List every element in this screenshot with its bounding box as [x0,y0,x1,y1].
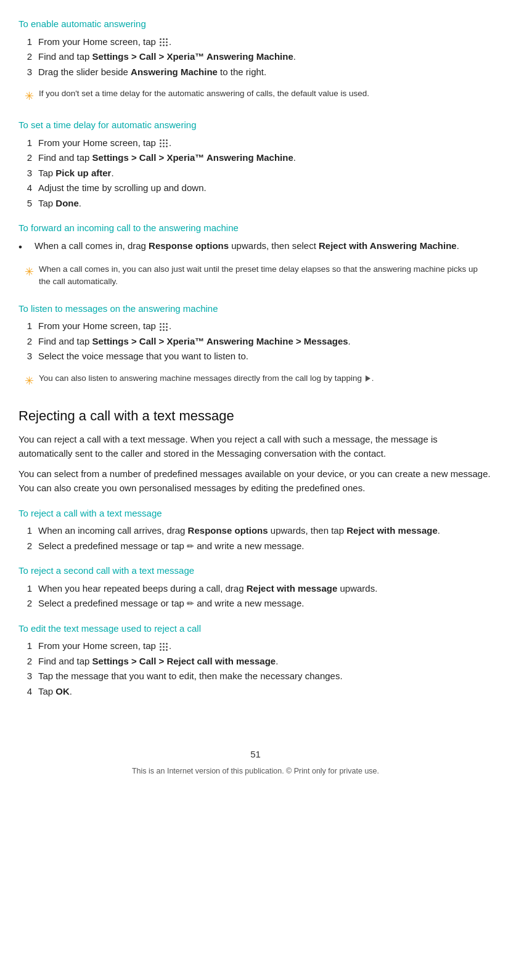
step-item: 2 Find and tap Settings > Call > Reject … [18,655,493,669]
bullet-dot: • [18,239,30,255]
step-text: Select a predefined message or tap ✏ and… [38,597,304,611]
tip-text: If you don't set a time delay for the au… [39,88,369,100]
step-text: Find and tap Settings > Call > Xperia™ A… [38,50,296,64]
section-reject-second-call: To reject a second call with a text mess… [18,564,493,611]
step-text: Drag the slider beside Answering Machine… [38,65,266,80]
step-item: 4 Tap OK. [18,685,493,699]
section-edit-title: To edit the text message used to reject … [18,622,493,636]
apps-icon [160,38,168,46]
step-number: 2 [18,50,32,64]
section-listen-messages: To listen to messages on the answering m… [18,302,493,392]
step-item: 1 From your Home screen, tap . [18,319,493,333]
tip-box: ✳ When a call comes in, you can also jus… [18,261,493,291]
rejecting-heading: Rejecting a call with a text message [18,406,493,426]
step-number: 1 [18,639,32,653]
step-item: 3 Select the voice message that you want… [18,349,493,364]
step-item: 2 Select a predefined message or tap ✏ a… [18,539,493,553]
section-enable-automatic-title: To enable automatic answering [18,17,493,31]
step-item: 5 Tap Done. [18,197,493,211]
step-text: Select the voice message that you want t… [38,349,248,364]
tip-box: ✳ If you don't set a time delay for the … [18,85,493,107]
tip-text: When a call comes in, you can also just … [39,263,486,288]
step-text: From your Home screen, tap . [38,136,171,150]
step-number: 3 [18,65,32,80]
step-item: 3 Tap the message that you want to edit,… [18,669,493,684]
section-forward-incoming: To forward an incoming call to the answe… [18,221,493,291]
step-text: Find and tap Settings > Call > Xperia™ A… [38,151,296,165]
section-reject-second-title: To reject a second call with a text mess… [18,564,493,578]
step-number: 2 [18,597,32,611]
tip-icon: ✳ [25,264,34,280]
step-number: 2 [18,151,32,165]
step-number: 3 [18,669,32,684]
pencil-icon: ✏ [187,541,194,551]
apps-icon [160,139,168,147]
section-reject-call-text: To reject a call with a text message 1 W… [18,507,493,553]
step-item: 2 Find and tap Settings > Call > Xperia™… [18,335,493,349]
section-forward-title: To forward an incoming call to the answe… [18,221,493,235]
step-item: 3 Drag the slider beside Answering Machi… [18,65,493,80]
step-item: 1 From your Home screen, tap . [18,35,493,49]
step-item: 4 Adjust the time by scrolling up and do… [18,181,493,195]
step-item: 1 From your Home screen, tap . [18,639,493,653]
step-item: 2 Find and tap Settings > Call > Xperia™… [18,50,493,64]
step-number: 1 [18,524,32,538]
step-text: When a call comes in, drag Response opti… [35,239,459,255]
step-number: 2 [18,655,32,669]
step-number: 1 [18,319,32,333]
step-text: When an incoming call arrives, drag Resp… [38,524,440,538]
step-number: 1 [18,35,32,49]
step-item: 1 When an incoming call arrives, drag Re… [18,524,493,538]
tip-icon: ✳ [25,373,34,390]
apps-icon [160,323,168,331]
play-icon [366,375,370,382]
step-number: 2 [18,335,32,349]
rejecting-para2: You can select from a number of predefin… [18,467,493,496]
step-item: 1 From your Home screen, tap . [18,136,493,150]
apps-icon [160,643,168,651]
step-number: 4 [18,685,32,699]
page-number: 51 [18,748,493,762]
footer-text: This is an Internet version of this publ… [18,766,493,777]
step-number: 4 [18,181,32,195]
rejecting-para1: You can reject a call with a text messag… [18,432,493,461]
section-set-time-delay: To set a time delay for automatic answer… [18,118,493,210]
step-text: Find and tap Settings > Call > Reject ca… [38,655,278,669]
step-text: From your Home screen, tap . [38,35,171,49]
section-set-time-delay-title: To set a time delay for automatic answer… [18,118,493,133]
step-text: Adjust the time by scrolling up and down… [38,181,206,195]
step-item: 3 Tap Pick up after. [18,166,493,181]
section-reject-call-title: To reject a call with a text message [18,507,493,521]
section-edit-text-message: To edit the text message used to reject … [18,622,493,699]
pencil-icon: ✏ [187,598,194,608]
step-item: 1 When you hear repeated beeps during a … [18,582,493,596]
step-text: Tap Pick up after. [38,166,114,181]
step-item: 2 Find and tap Settings > Call > Xperia™… [18,151,493,165]
step-number: 3 [18,166,32,181]
step-text: When you hear repeated beeps during a ca… [38,582,377,596]
step-text: Tap the message that you want to edit, t… [38,669,343,684]
step-text: From your Home screen, tap . [38,639,171,653]
step-text: Tap Done. [38,197,81,211]
step-text: Find and tap Settings > Call > Xperia™ A… [38,335,351,349]
step-number: 1 [18,582,32,596]
section-rejecting: Rejecting a call with a text message You… [18,406,493,699]
section-listen-title: To listen to messages on the answering m… [18,302,493,316]
section-enable-automatic: To enable automatic answering 1 From you… [18,17,493,107]
step-text: From your Home screen, tap . [38,319,171,333]
step-number: 3 [18,349,32,364]
tip-icon: ✳ [25,88,34,105]
bullet-item: • When a call comes in, drag Response op… [18,239,493,255]
step-text: Tap OK. [38,685,72,699]
tip-text: You can also listen to answering machine… [39,372,374,385]
step-text: Select a predefined message or tap ✏ and… [38,539,304,553]
step-number: 1 [18,136,32,150]
step-number: 5 [18,197,32,211]
step-item: 2 Select a predefined message or tap ✏ a… [18,597,493,611]
step-number: 2 [18,539,32,553]
tip-box: ✳ You can also listen to answering machi… [18,370,493,392]
